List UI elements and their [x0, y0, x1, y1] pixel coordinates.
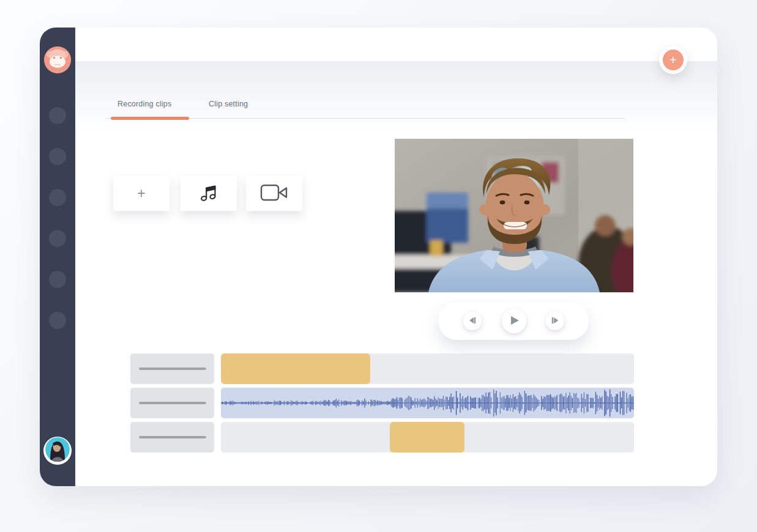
play-button[interactable]: [502, 309, 526, 333]
track-lane[interactable]: [221, 422, 634, 453]
sidebar: [40, 28, 75, 486]
add-music-button[interactable]: [181, 175, 237, 211]
active-tab-indicator: [111, 117, 189, 120]
editor-window: Recording clips Clip setting +: [40, 28, 717, 486]
track-label-handle[interactable]: [130, 422, 214, 453]
audio-waveform-clip[interactable]: [221, 388, 634, 418]
timeline-clip[interactable]: [390, 422, 464, 453]
timeline-clip[interactable]: [221, 353, 370, 384]
user-avatar-photo: [45, 437, 70, 464]
music-note-icon: [199, 183, 218, 204]
user-avatar[interactable]: [43, 437, 72, 465]
fab-halo: +: [659, 46, 687, 74]
add-video-button[interactable]: [246, 175, 302, 211]
sidebar-nav-placeholder[interactable]: [49, 230, 66, 247]
page-background: Recording clips Clip setting +: [0, 0, 757, 532]
step-forward-icon: [551, 316, 559, 327]
track-label-placeholder: [139, 402, 206, 404]
plus-icon: +: [137, 187, 145, 201]
add-clip-button[interactable]: +: [113, 175, 170, 211]
tab-recording-clips[interactable]: Recording clips: [117, 100, 171, 108]
playback-controls: [438, 302, 589, 340]
video-preview-image: [395, 139, 633, 292]
track-label-handle[interactable]: [130, 388, 214, 418]
sidebar-nav-placeholder[interactable]: [49, 189, 66, 206]
track-lane[interactable]: [221, 353, 634, 384]
brand-logo[interactable]: [44, 46, 71, 73]
sidebar-nav: [40, 107, 75, 353]
track-label-placeholder: [139, 436, 206, 438]
tab-bar: Recording clips Clip setting: [106, 100, 625, 120]
tab-clip-setting[interactable]: Clip setting: [209, 100, 248, 108]
step-backward-icon: [468, 316, 477, 327]
track-label-placeholder: [139, 368, 206, 370]
track-label-handle[interactable]: [130, 353, 214, 384]
play-icon: [509, 315, 520, 328]
video-camera-icon: [259, 183, 289, 204]
sidebar-nav-placeholder[interactable]: [49, 107, 66, 124]
step-forward-button[interactable]: [546, 312, 564, 330]
monkey-mascot-icon: [44, 46, 71, 73]
waveform-graphic: [221, 388, 634, 418]
sidebar-nav-placeholder[interactable]: [49, 312, 66, 329]
sidebar-nav-placeholder[interactable]: [49, 148, 66, 165]
step-backward-button[interactable]: [463, 312, 482, 330]
sidebar-nav-placeholder[interactable]: [49, 271, 66, 288]
add-new-button[interactable]: +: [663, 50, 684, 70]
